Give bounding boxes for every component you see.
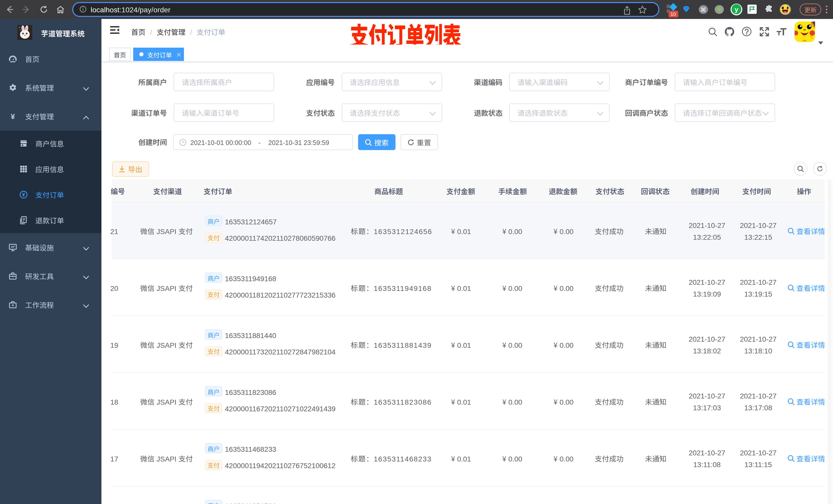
svg-text:¥: ¥: [22, 192, 25, 197]
svg-text:¥: ¥: [11, 112, 15, 120]
